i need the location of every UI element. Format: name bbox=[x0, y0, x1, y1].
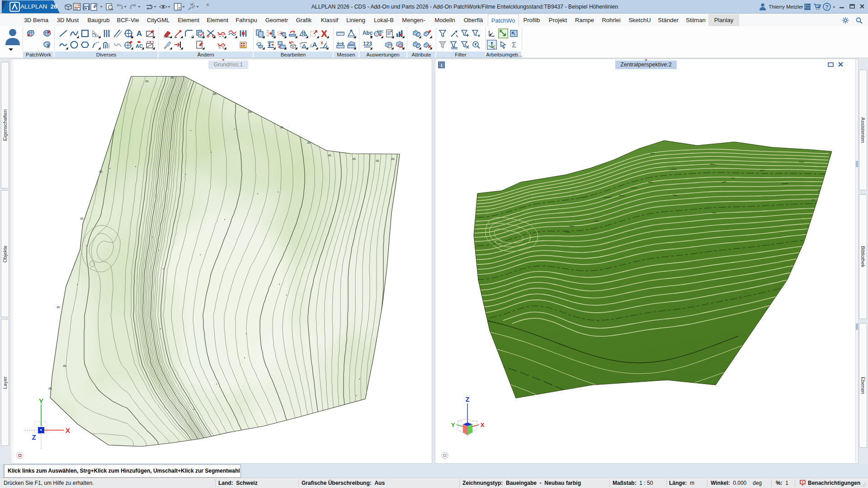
svg-text:x: x bbox=[321, 40, 323, 45]
svg-text:Σ: Σ bbox=[512, 41, 516, 49]
svg-text:Abc: Abc bbox=[363, 30, 373, 36]
svg-text:X: X bbox=[66, 427, 70, 434]
svg-text:Z: Z bbox=[32, 433, 36, 441]
svg-text:123: 123 bbox=[363, 41, 372, 47]
svg-text:X: X bbox=[481, 422, 485, 428]
svg-text:Y: Y bbox=[451, 422, 455, 428]
svg-text:Y: Y bbox=[39, 398, 43, 405]
svg-text:ABC: ABC bbox=[377, 30, 383, 33]
svg-text:§: § bbox=[47, 42, 50, 49]
svg-text:A: A bbox=[137, 29, 142, 38]
svg-text:?: ? bbox=[825, 4, 828, 10]
svg-text:Z: Z bbox=[466, 396, 470, 403]
